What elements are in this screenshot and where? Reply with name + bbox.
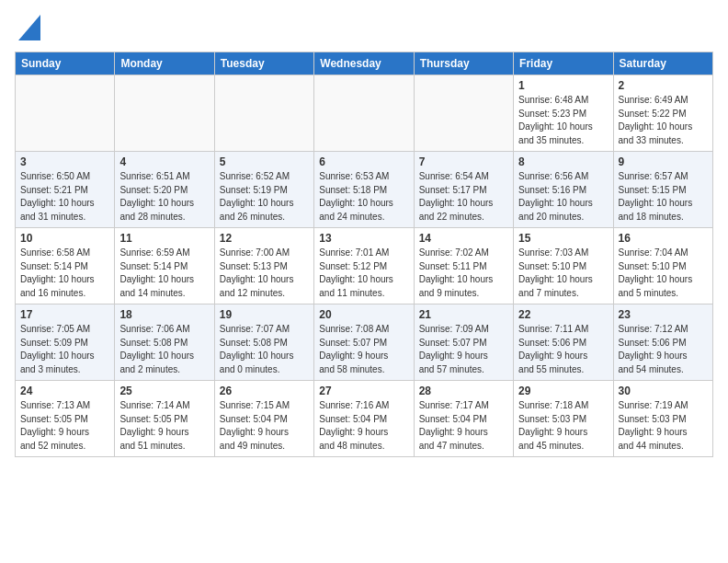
calendar-cell: 17Sunrise: 7:05 AM Sunset: 5:09 PM Dayli…	[16, 304, 115, 381]
day-number: 11	[119, 232, 209, 245]
day-number: 2	[619, 79, 708, 92]
day-info: Sunrise: 6:51 AM Sunset: 5:20 PM Dayligh…	[119, 170, 209, 224]
calendar-cell: 11Sunrise: 6:59 AM Sunset: 5:14 PM Dayli…	[115, 228, 214, 304]
calendar-cell	[16, 75, 115, 152]
day-info: Sunrise: 6:57 AM Sunset: 5:15 PM Dayligh…	[619, 170, 708, 224]
calendar-cell: 12Sunrise: 7:00 AM Sunset: 5:13 PM Dayli…	[214, 228, 313, 304]
calendar-cell: 18Sunrise: 7:06 AM Sunset: 5:08 PM Dayli…	[115, 304, 214, 381]
day-info: Sunrise: 7:18 AM Sunset: 5:03 PM Dayligh…	[518, 399, 608, 453]
day-info: Sunrise: 6:54 AM Sunset: 5:17 PM Dayligh…	[419, 170, 508, 224]
calendar-header-row: SundayMondayTuesdayWednesdayThursdayFrid…	[16, 52, 713, 75]
day-number: 3	[20, 155, 109, 168]
day-info: Sunrise: 7:02 AM Sunset: 5:11 PM Dayligh…	[419, 247, 508, 300]
day-info: Sunrise: 7:15 AM Sunset: 5:04 PM Dayligh…	[220, 399, 309, 453]
day-info: Sunrise: 7:09 AM Sunset: 5:07 PM Dayligh…	[419, 323, 508, 376]
day-info: Sunrise: 7:04 AM Sunset: 5:10 PM Dayligh…	[619, 247, 708, 300]
calendar-week-4: 17Sunrise: 7:05 AM Sunset: 5:09 PM Dayli…	[16, 304, 713, 381]
day-number: 14	[419, 232, 508, 245]
logo	[15, 15, 40, 40]
day-number: 17	[20, 308, 109, 321]
day-number: 19	[220, 308, 309, 321]
calendar-cell: 22Sunrise: 7:11 AM Sunset: 5:06 PM Dayli…	[514, 304, 613, 381]
day-info: Sunrise: 7:17 AM Sunset: 5:04 PM Dayligh…	[419, 399, 508, 453]
day-number: 28	[419, 385, 508, 397]
calendar-week-2: 3Sunrise: 6:50 AM Sunset: 5:21 PM Daylig…	[16, 152, 713, 228]
calendar-cell: 26Sunrise: 7:15 AM Sunset: 5:04 PM Dayli…	[214, 381, 313, 457]
calendar-cell: 25Sunrise: 7:14 AM Sunset: 5:05 PM Dayli…	[115, 381, 214, 457]
day-info: Sunrise: 7:00 AM Sunset: 5:13 PM Dayligh…	[220, 247, 309, 300]
weekday-header-thursday: Thursday	[414, 52, 513, 75]
day-info: Sunrise: 6:52 AM Sunset: 5:19 PM Dayligh…	[220, 170, 309, 224]
day-info: Sunrise: 7:19 AM Sunset: 5:03 PM Dayligh…	[619, 399, 708, 453]
calendar-cell: 28Sunrise: 7:17 AM Sunset: 5:04 PM Dayli…	[414, 381, 513, 457]
calendar-cell: 6Sunrise: 6:53 AM Sunset: 5:18 PM Daylig…	[314, 152, 414, 228]
calendar-week-5: 24Sunrise: 7:13 AM Sunset: 5:05 PM Dayli…	[16, 381, 713, 457]
calendar-cell: 14Sunrise: 7:02 AM Sunset: 5:11 PM Dayli…	[414, 228, 513, 304]
day-number: 25	[119, 385, 209, 397]
day-info: Sunrise: 6:53 AM Sunset: 5:18 PM Dayligh…	[319, 170, 408, 224]
calendar-cell: 21Sunrise: 7:09 AM Sunset: 5:07 PM Dayli…	[414, 304, 513, 381]
svg-marker-0	[18, 15, 40, 40]
day-number: 6	[319, 155, 408, 168]
header	[15, 15, 713, 40]
day-info: Sunrise: 7:01 AM Sunset: 5:12 PM Dayligh…	[319, 247, 408, 300]
day-number: 10	[20, 232, 109, 245]
day-info: Sunrise: 7:06 AM Sunset: 5:08 PM Dayligh…	[119, 323, 209, 376]
weekday-header-sunday: Sunday	[16, 52, 115, 75]
weekday-header-friday: Friday	[514, 52, 613, 75]
calendar: SundayMondayTuesdayWednesdayThursdayFrid…	[15, 52, 713, 457]
day-number: 24	[20, 385, 109, 397]
day-info: Sunrise: 7:14 AM Sunset: 5:05 PM Dayligh…	[119, 399, 209, 453]
day-info: Sunrise: 6:59 AM Sunset: 5:14 PM Dayligh…	[119, 247, 209, 300]
day-info: Sunrise: 7:07 AM Sunset: 5:08 PM Dayligh…	[220, 323, 309, 376]
calendar-cell	[314, 75, 414, 152]
calendar-cell	[414, 75, 513, 152]
calendar-week-3: 10Sunrise: 6:58 AM Sunset: 5:14 PM Dayli…	[16, 228, 713, 304]
day-info: Sunrise: 7:11 AM Sunset: 5:06 PM Dayligh…	[518, 323, 608, 376]
day-number: 1	[518, 79, 608, 92]
calendar-cell: 8Sunrise: 6:56 AM Sunset: 5:16 PM Daylig…	[514, 152, 613, 228]
calendar-cell: 29Sunrise: 7:18 AM Sunset: 5:03 PM Dayli…	[514, 381, 613, 457]
day-number: 26	[220, 385, 309, 397]
calendar-cell: 30Sunrise: 7:19 AM Sunset: 5:03 PM Dayli…	[613, 381, 712, 457]
weekday-header-saturday: Saturday	[613, 52, 712, 75]
day-info: Sunrise: 7:05 AM Sunset: 5:09 PM Dayligh…	[20, 323, 109, 376]
calendar-cell: 16Sunrise: 7:04 AM Sunset: 5:10 PM Dayli…	[613, 228, 712, 304]
day-number: 16	[619, 232, 708, 245]
calendar-week-1: 1Sunrise: 6:48 AM Sunset: 5:23 PM Daylig…	[16, 75, 713, 152]
calendar-cell: 1Sunrise: 6:48 AM Sunset: 5:23 PM Daylig…	[514, 75, 613, 152]
calendar-cell: 19Sunrise: 7:07 AM Sunset: 5:08 PM Dayli…	[214, 304, 313, 381]
day-info: Sunrise: 7:12 AM Sunset: 5:06 PM Dayligh…	[619, 323, 708, 376]
day-number: 7	[419, 155, 508, 168]
calendar-cell: 23Sunrise: 7:12 AM Sunset: 5:06 PM Dayli…	[613, 304, 712, 381]
day-number: 9	[619, 155, 708, 168]
day-info: Sunrise: 6:48 AM Sunset: 5:23 PM Dayligh…	[518, 94, 608, 147]
calendar-cell: 7Sunrise: 6:54 AM Sunset: 5:17 PM Daylig…	[414, 152, 513, 228]
day-number: 12	[220, 232, 309, 245]
weekday-header-wednesday: Wednesday	[314, 52, 414, 75]
day-info: Sunrise: 6:50 AM Sunset: 5:21 PM Dayligh…	[20, 170, 109, 224]
day-number: 22	[518, 308, 608, 321]
day-number: 30	[619, 385, 708, 397]
day-info: Sunrise: 7:16 AM Sunset: 5:04 PM Dayligh…	[319, 399, 408, 453]
calendar-cell: 4Sunrise: 6:51 AM Sunset: 5:20 PM Daylig…	[115, 152, 214, 228]
weekday-header-monday: Monday	[115, 52, 214, 75]
calendar-cell	[115, 75, 214, 152]
calendar-cell	[214, 75, 313, 152]
day-info: Sunrise: 6:49 AM Sunset: 5:22 PM Dayligh…	[619, 94, 708, 147]
day-number: 15	[518, 232, 608, 245]
calendar-cell: 9Sunrise: 6:57 AM Sunset: 5:15 PM Daylig…	[613, 152, 712, 228]
calendar-cell: 15Sunrise: 7:03 AM Sunset: 5:10 PM Dayli…	[514, 228, 613, 304]
day-number: 21	[419, 308, 508, 321]
day-info: Sunrise: 7:13 AM Sunset: 5:05 PM Dayligh…	[20, 399, 109, 453]
day-number: 20	[319, 308, 408, 321]
page: SundayMondayTuesdayWednesdayThursdayFrid…	[0, 0, 728, 472]
calendar-cell: 27Sunrise: 7:16 AM Sunset: 5:04 PM Dayli…	[314, 381, 414, 457]
day-info: Sunrise: 6:56 AM Sunset: 5:16 PM Dayligh…	[518, 170, 608, 224]
calendar-cell: 3Sunrise: 6:50 AM Sunset: 5:21 PM Daylig…	[16, 152, 115, 228]
day-number: 18	[119, 308, 209, 321]
calendar-cell: 5Sunrise: 6:52 AM Sunset: 5:19 PM Daylig…	[214, 152, 313, 228]
day-info: Sunrise: 7:03 AM Sunset: 5:10 PM Dayligh…	[518, 247, 608, 300]
day-number: 5	[220, 155, 309, 168]
calendar-cell: 2Sunrise: 6:49 AM Sunset: 5:22 PM Daylig…	[613, 75, 712, 152]
